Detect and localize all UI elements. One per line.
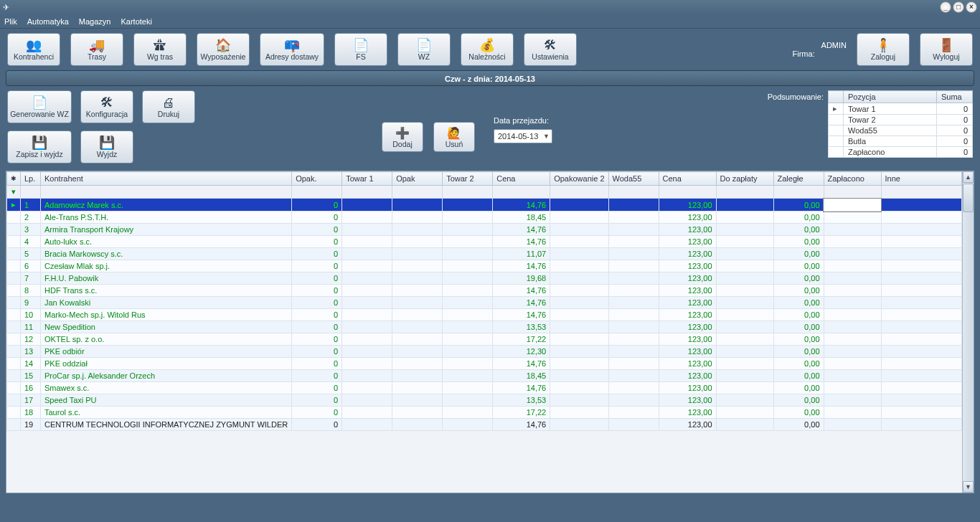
user-name: ADMIN — [821, 41, 847, 49]
table-row[interactable]: 14PKE oddział014,76123,000,00 — [7, 358, 962, 370]
grid-col-opakowanie-2[interactable]: Opakowanie 2 — [550, 172, 608, 186]
grid-col-opak-[interactable]: Opak. — [292, 172, 342, 186]
naleznosci-label: Należności — [468, 52, 505, 61]
summary-row[interactable]: Towar 20 — [829, 115, 973, 125]
table-row[interactable]: 13PKE odbiór012,30123,000,00 — [7, 346, 962, 358]
table-row[interactable]: 9Jan Kowalski014,76123,000,00 — [7, 297, 962, 309]
data-przejazdu-input[interactable]: 2014-05-13 ▼ — [494, 129, 552, 143]
menu-kartoteki[interactable]: Kartoteki — [121, 17, 151, 26]
usun-label: Usuń — [446, 140, 463, 148]
grid-col-opak[interactable]: Opak — [392, 172, 443, 186]
table-row[interactable]: 17Speed Taxi PU013,53123,000,00 — [7, 394, 962, 407]
table-row[interactable]: 4Auto-lukx s.c.014,76123,000,00 — [7, 236, 962, 248]
table-row[interactable]: 19CENTRUM TECHNOLOGII INFORMATYCZNEJ ZYG… — [7, 419, 962, 431]
dodaj-button[interactable]: ➕ Dodaj — [382, 122, 423, 152]
grid-col-do-zap-aty[interactable]: Do zapłaty — [716, 172, 773, 186]
grid-col-inne[interactable]: Inne — [881, 172, 961, 186]
podsumowanie-label: Podsumowanie: — [768, 92, 824, 101]
grid-col-lp-[interactable]: Lp. — [21, 172, 41, 186]
vertical-scrollbar[interactable]: ▲ ▼ — [962, 171, 974, 493]
wyjdz-label: Wyjdz — [97, 150, 118, 158]
wyloguj-button[interactable]: 🚪 Wyloguj — [920, 33, 973, 66]
drukuj-label: Drukuj — [158, 110, 179, 118]
table-row[interactable]: 12OKTEL sp. z o.o.017,22123,000,00 — [7, 333, 962, 346]
grid-col-cena[interactable]: Cena — [493, 172, 550, 186]
zaloguj-button[interactable]: 🧍 Zaloguj — [857, 33, 910, 66]
naleznosci-button[interactable]: 💰 Należności — [461, 33, 514, 66]
table-row[interactable]: 7F.H.U. Pabowik019,68123,000,00 — [7, 272, 962, 285]
generowanie-wz-button[interactable]: 📄 Generowanie WZ — [7, 90, 72, 123]
data-grid: ✱Lp.KontrahentOpak.Towar 1OpakTowar 2Cen… — [6, 171, 974, 493]
table-row[interactable]: 18Taurol s.c.017,22123,000,00 — [7, 407, 962, 419]
grid-col-kontrahent[interactable]: Kontrahent — [41, 172, 292, 186]
wyposazenie-button[interactable]: 🏠 Wyposażenie — [197, 33, 250, 66]
grid-col-cena[interactable]: Cena — [659, 172, 716, 186]
door-icon: 🚪 — [938, 39, 954, 52]
menu-plik[interactable]: Plik — [4, 17, 17, 26]
scroll-thumb[interactable] — [963, 184, 974, 212]
grid-col-zaleg-e[interactable]: Zaległe — [773, 172, 824, 186]
table-row[interactable]: 6Czesław Mlak sp.j.014,76123,000,00 — [7, 260, 962, 272]
wyjdz-button[interactable]: 💾 Wyjdz — [80, 130, 133, 163]
usun-button[interactable]: 🙋 Usuń — [433, 122, 475, 152]
trasy-button[interactable]: 🚚 Trasy — [70, 33, 123, 66]
adresy-label: Adresy dostawy — [265, 52, 319, 61]
person-icon: 🧍 — [875, 39, 891, 52]
menu-automatyka[interactable]: Automatyka — [27, 17, 69, 26]
table-row[interactable]: 5Bracia Markowscy s.c.011,07123,000,00 — [7, 248, 962, 260]
fs-button[interactable]: 📄 FS — [334, 33, 387, 66]
table-row[interactable]: ▸1Adamowicz Marek s.c.014,76123,000,00 — [7, 199, 962, 212]
truck-icon: 🚚 — [89, 39, 105, 52]
tools-icon: 🛠 — [544, 39, 557, 52]
grid-col-towar-1[interactable]: Towar 1 — [342, 172, 392, 186]
summary-col-pozycja[interactable]: Pozycja — [844, 91, 937, 103]
scroll-up-icon[interactable]: ▲ — [963, 171, 974, 183]
kontrahenci-label: Kontrahenci — [14, 52, 54, 61]
window-maximize-button[interactable]: □ — [953, 1, 964, 13]
zapisz-i-wyjdz-button[interactable]: 💾 Zapisz i wyjdz — [7, 130, 72, 163]
grid-col-woda55[interactable]: Woda55 — [608, 172, 659, 186]
summary-row[interactable]: Zapłacono0 — [829, 147, 973, 158]
ustawienia-label: Ustawienia — [532, 52, 568, 61]
summary-row[interactable]: Towar 10 — [829, 103, 973, 115]
zapisz-i-wyjdz-label: Zapisz i wyjdz — [16, 150, 62, 158]
table-row[interactable]: 2Ale-Trans P.S.T.H.018,45123,000,00 — [7, 212, 962, 224]
wz-button[interactable]: 📄 WZ — [397, 33, 451, 66]
wyloguj-label: Wyloguj — [933, 52, 959, 61]
table-row[interactable]: 10Marko-Mech sp.j. Witold Rus014,76123,0… — [7, 309, 962, 321]
grid-col-marker[interactable]: ✱ — [7, 172, 21, 186]
wg-tras-button[interactable]: 🛣 Wg tras — [133, 33, 187, 66]
scroll-down-icon[interactable]: ▼ — [963, 481, 974, 493]
summary-col-suma[interactable]: Suma — [937, 91, 973, 103]
summary-row[interactable]: Butla0 — [829, 136, 973, 147]
window-minimize-button[interactable]: _ — [940, 1, 951, 13]
grid-filter-row[interactable]: ▾ — [7, 186, 962, 199]
zaloguj-label: Zaloguj — [871, 52, 895, 61]
grid-col-zap-acono[interactable]: Zapłacono — [824, 172, 881, 186]
table-row[interactable]: 8HDF Trans s.c.014,76123,000,00 — [7, 285, 962, 297]
fs-label: FS — [356, 52, 365, 61]
kontrahenci-button[interactable]: 👥 Kontrahenci — [7, 33, 60, 66]
people-icon: 👥 — [26, 39, 42, 52]
document-icon: 📄 — [353, 39, 369, 52]
konfiguracja-button[interactable]: 🛠 Konfiguracja — [80, 90, 133, 123]
adresy-dostawy-button[interactable]: 📪 Adresy dostawy — [260, 33, 324, 66]
window-close-button[interactable]: × — [966, 1, 977, 13]
summary-row[interactable]: Woda550 — [829, 125, 973, 136]
ustawienia-button[interactable]: 🛠 Ustawienia — [524, 33, 577, 66]
table-row[interactable]: 15ProCar sp.j. Aleksander Orzech018,4512… — [7, 370, 962, 382]
summary-table: Pozycja Suma Towar 10Towar 20Woda550Butl… — [828, 90, 973, 158]
sub-toolbar: 📄 Generowanie WZ 🛠 Konfiguracja 🖨 Drukuj… — [0, 86, 980, 168]
table-row[interactable]: 3Armira Transport Krajowy014,76123,000,0… — [7, 224, 962, 236]
menu-magazyn[interactable]: Magazyn — [79, 17, 111, 26]
person-remove-icon: 🙋 — [447, 126, 461, 140]
summary-col-marker[interactable] — [829, 91, 844, 103]
table-row[interactable]: 16Smawex s.c.014,76123,000,00 — [7, 382, 962, 394]
grid-col-towar-2[interactable]: Towar 2 — [443, 172, 493, 186]
save-icon: 💾 — [32, 136, 47, 149]
firma-label: Firma: — [793, 49, 847, 58]
road-icon: 🛣 — [154, 39, 166, 52]
firm-info: ADMIN Firma: — [793, 41, 847, 58]
drukuj-button[interactable]: 🖨 Drukuj — [142, 90, 195, 123]
table-row[interactable]: 11New Spedition013,53123,000,00 — [7, 321, 962, 333]
